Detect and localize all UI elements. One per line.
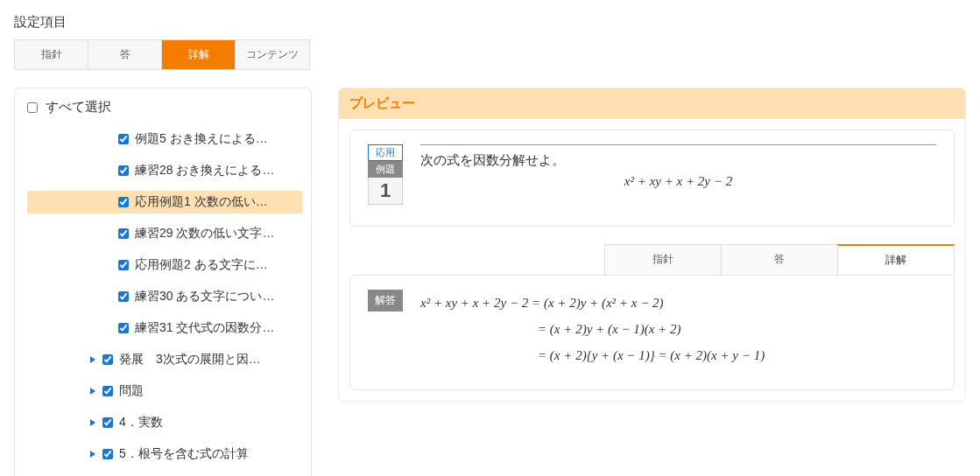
- tree-branch[interactable]: 発展 3次式の展開と因…: [27, 348, 302, 371]
- problem-badge: 応用 例題 1: [368, 144, 403, 205]
- tree-label: 応用例題2 ある文字に…: [135, 257, 268, 273]
- tree-leaf[interactable]: 応用例題1 次数の低い…: [27, 191, 302, 214]
- sub-tab-0[interactable]: 指針: [604, 244, 722, 275]
- answer-card: 解答 x² + xy + x + 2y − 2 = (x + 2)y + (x²…: [349, 275, 955, 390]
- badge-num: 1: [368, 178, 403, 205]
- caret-icon[interactable]: [90, 451, 95, 458]
- top-tab-2[interactable]: 詳解: [162, 40, 236, 69]
- preview-panel: プレビュー 応用 例題 1 次の式を因数分解せよ。 x² + xy + x + …: [338, 88, 966, 402]
- tree-leaf[interactable]: 練習30 ある文字につい…: [27, 285, 302, 308]
- tree-checkbox[interactable]: [118, 260, 129, 270]
- tree-label: 練習29 次数の低い文字…: [135, 226, 274, 242]
- select-all-checkbox[interactable]: [27, 102, 38, 113]
- answer-line: = (x + 2){y + (x − 1)} = (x + 2)(x + y −…: [420, 342, 765, 368]
- answer-badge: 解答: [368, 290, 403, 312]
- answer-line: = (x + 2)y + (x − 1)(x + 2): [420, 316, 765, 342]
- tree-label: 応用例題1 次数の低い…: [135, 194, 268, 210]
- tree-label: 例題5 おき換えによる…: [135, 131, 268, 147]
- tree-leaf[interactable]: 例題5 おき換えによる…: [27, 128, 302, 150]
- tree-branch[interactable]: 5．根号を含む式の計算: [27, 443, 302, 466]
- top-tab-0[interactable]: 指針: [15, 40, 88, 69]
- badge-mid: 例題: [368, 161, 403, 178]
- tree-checkbox[interactable]: [102, 449, 113, 459]
- tree-leaf[interactable]: 応用例題2 ある文字に…: [27, 254, 302, 276]
- tree-label: 5．根号を含む式の計算: [119, 446, 249, 462]
- tree-checkbox[interactable]: [118, 291, 129, 302]
- tree-panel: すべて選択 例題5 おき換えによる…練習28 おき換えによる…応用例題1 次数の…: [14, 88, 312, 476]
- select-all-label: すべて選択: [46, 99, 111, 116]
- tree-checkbox[interactable]: [102, 386, 113, 396]
- tree-leaf[interactable]: 練習29 次数の低い文字…: [27, 222, 302, 245]
- problem-statement: 次の式を因数分解せよ。: [420, 152, 936, 169]
- tree-label: 練習30 ある文字につい…: [135, 289, 274, 304]
- tree-label: 練習31 交代式の因数分…: [135, 320, 274, 336]
- problem-card: 応用 例題 1 次の式を因数分解せよ。 x² + xy + x + 2y − 2: [349, 130, 955, 227]
- answer-lines: x² + xy + x + 2y − 2 = (x + 2)y + (x² + …: [420, 290, 765, 368]
- tree-label: 4．実数: [119, 415, 163, 430]
- answer-line: x² + xy + x + 2y − 2 = (x + 2)y + (x² + …: [420, 290, 765, 316]
- tree-branch[interactable]: 問題: [27, 380, 302, 402]
- sub-tab-2[interactable]: 詳解: [837, 244, 955, 275]
- problem-expression: x² + xy + x + 2y − 2: [420, 174, 936, 189]
- tree-branch[interactable]: 4．実数: [27, 411, 302, 434]
- caret-icon[interactable]: [90, 388, 95, 395]
- tree-checkbox[interactable]: [102, 354, 113, 365]
- tree-items: 例題5 おき換えによる…練習28 おき換えによる…応用例題1 次数の低い…練習2…: [24, 128, 302, 476]
- tree-label: 発展 3次式の展開と因…: [119, 352, 261, 368]
- preview-header: プレビュー: [339, 88, 965, 119]
- sub-tabs: 指針答詳解: [349, 244, 955, 275]
- top-tab-1[interactable]: 答: [88, 40, 162, 69]
- caret-icon[interactable]: [90, 419, 95, 426]
- tree-leaf[interactable]: 練習31 交代式の因数分…: [27, 317, 302, 340]
- sub-tab-1[interactable]: 答: [721, 244, 838, 275]
- tree-label: 練習28 おき換えによる…: [135, 163, 274, 178]
- top-tab-3[interactable]: コンテンツ: [236, 40, 309, 69]
- section-title: 設定項目: [14, 14, 966, 31]
- tree-label: 問題: [119, 383, 144, 399]
- tree-checkbox[interactable]: [118, 323, 129, 333]
- tree-leaf[interactable]: 練習28 おき換えによる…: [27, 159, 302, 182]
- badge-top: 応用: [368, 144, 403, 161]
- select-all-row[interactable]: すべて選択: [24, 99, 302, 116]
- tree-checkbox[interactable]: [118, 197, 129, 207]
- tree-checkbox[interactable]: [102, 417, 113, 428]
- tree-checkbox[interactable]: [118, 228, 129, 239]
- caret-icon[interactable]: [90, 356, 95, 363]
- top-tabs: 指針答詳解コンテンツ: [14, 39, 310, 70]
- tree-checkbox[interactable]: [118, 165, 129, 176]
- tree-checkbox[interactable]: [118, 134, 129, 144]
